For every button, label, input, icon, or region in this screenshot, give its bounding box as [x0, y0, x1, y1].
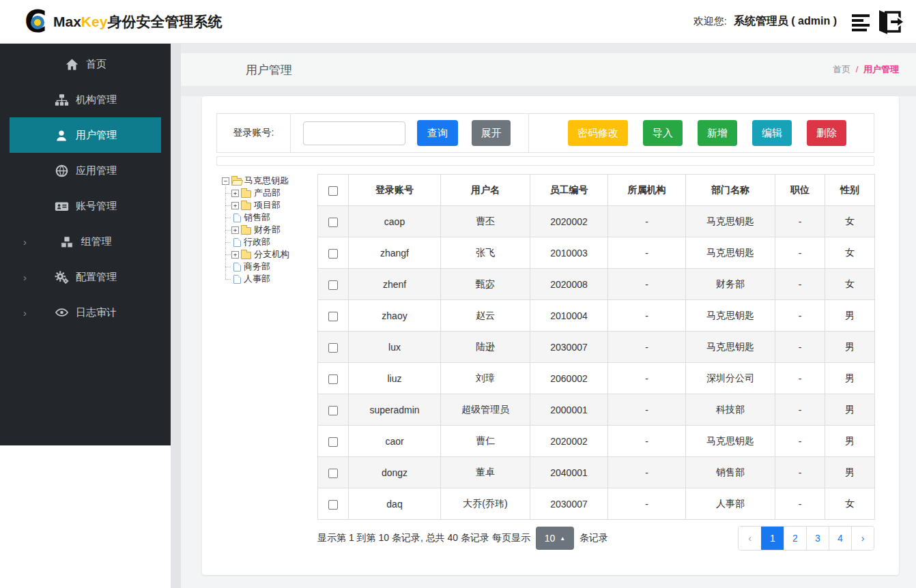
expand-icon[interactable]: + — [231, 251, 239, 259]
table-row[interactable]: dongz董卓2040001-销售部-男 — [318, 457, 875, 488]
tree-node[interactable]: +项目部 — [231, 199, 317, 211]
table-row[interactable]: lux陆逊2030007-马克思钥匙-男 — [318, 332, 875, 363]
tree-node[interactable]: −马克思钥匙 — [222, 175, 317, 187]
table-cell: 马克思钥匙 — [686, 300, 775, 332]
menu-lines-icon[interactable] — [850, 12, 874, 32]
maxkey-logo-icon: C — [25, 7, 52, 37]
table-cell: 男 — [825, 363, 875, 394]
row-checkbox[interactable] — [328, 312, 338, 321]
sidebar-item-cubes[interactable]: ›组管理 — [0, 224, 171, 259]
user-icon — [54, 129, 69, 142]
row-checkbox[interactable] — [328, 437, 338, 447]
table-row[interactable]: daq大乔(乔玮)2030007-人事部-女 — [318, 488, 875, 520]
tree-node-label: 项目部 — [254, 199, 281, 211]
table-cell: 董卓 — [441, 457, 530, 488]
breadcrumb: 首页 / 用户管理 — [833, 63, 899, 76]
table-cell: - — [775, 488, 825, 520]
search-toolbar: 登录账号: 查询 展开 密码修改导入新增编辑删除 — [216, 113, 874, 153]
sitemap-icon — [54, 93, 69, 106]
sidebar-item-gears[interactable]: ›配置管理 — [0, 259, 171, 295]
page-button-2[interactable]: 2 — [784, 527, 806, 550]
row-checkbox[interactable] — [328, 343, 338, 353]
row-checkbox[interactable] — [328, 374, 338, 384]
query-button[interactable]: 查询 — [417, 120, 458, 146]
tree-node-label: 分支机构 — [254, 248, 289, 261]
table-cell: 女 — [825, 488, 875, 520]
page-button-3[interactable]: 3 — [806, 527, 829, 550]
table-cell: 大乔(乔玮) — [441, 488, 530, 520]
table-row[interactable]: superadmin超级管理员2000001-科技部-男 — [318, 394, 875, 426]
brand-title: MaxKey身份安全管理系统 — [53, 12, 222, 31]
page-size-select[interactable]: 10 ▲ — [536, 527, 574, 550]
tree-node[interactable]: 商务部 — [231, 261, 317, 273]
tree-node[interactable]: 销售部 — [231, 211, 317, 224]
table-cell: - — [608, 206, 686, 237]
tree-node[interactable]: +分支机构 — [231, 248, 317, 261]
sidebar-item-sitemap[interactable]: 机构管理 — [0, 82, 171, 117]
select-all-checkbox[interactable] — [328, 186, 338, 196]
page-button-4[interactable]: 4 — [829, 527, 851, 550]
row-checkbox[interactable] — [328, 249, 338, 259]
action-button-删除[interactable]: 删除 — [807, 120, 846, 146]
action-button-导入[interactable]: 导入 — [643, 120, 683, 146]
table-row[interactable]: caop曹丕2020002-马克思钥匙-女 — [318, 206, 875, 237]
brand: C MaxKey身份安全管理系统 — [25, 7, 222, 37]
folder-icon — [241, 252, 251, 259]
row-checkbox[interactable] — [328, 500, 338, 510]
next-page-button[interactable]: › — [851, 527, 874, 550]
sidebar-item-eye[interactable]: ›日志审计 — [0, 295, 171, 330]
action-button-新增[interactable]: 新增 — [698, 120, 737, 146]
file-icon — [233, 238, 241, 247]
row-checkbox[interactable] — [328, 280, 338, 290]
chevron-right-icon: › — [23, 308, 27, 318]
table-row[interactable]: zhaoy赵云2010004-马克思钥匙-男 — [318, 300, 875, 332]
expand-icon[interactable]: + — [231, 202, 239, 209]
collapsed-search-panel — [216, 156, 874, 166]
tree-node[interactable]: +财务部 — [231, 224, 317, 236]
collapse-icon[interactable]: − — [222, 177, 229, 185]
breadcrumb-current: 用户管理 — [863, 64, 899, 74]
table-cell: 陆逊 — [441, 332, 530, 363]
sidebar-item-label: 首页 — [86, 58, 106, 71]
action-button-密码修改[interactable]: 密码修改 — [568, 120, 628, 146]
table-row[interactable]: zhangf张飞2010003-马克思钥匙-女 — [318, 237, 875, 269]
sidebar-item-id-card[interactable]: 账号管理 — [0, 188, 171, 224]
row-checkbox[interactable] — [328, 218, 338, 227]
table-cell: 2040001 — [530, 457, 608, 488]
logout-icon[interactable] — [876, 9, 906, 35]
table-cell: 刘璋 — [441, 363, 530, 394]
prev-page-button[interactable]: ‹ — [739, 527, 761, 550]
main-card: 登录账号: 查询 展开 密码修改导入新增编辑删除 −马克思钥匙+产品部+项目部销… — [202, 96, 899, 575]
table-row[interactable]: caor曹仁2020002-马克思钥匙-男 — [318, 426, 875, 457]
table-cell: zhaoy — [349, 300, 441, 332]
action-button-编辑[interactable]: 编辑 — [752, 120, 792, 146]
table-cell: - — [608, 394, 686, 426]
sidebar-item-home[interactable]: 首页 — [0, 46, 171, 82]
eye-icon — [54, 306, 69, 319]
tree-node[interactable]: 人事部 — [231, 273, 317, 285]
row-checkbox[interactable] — [328, 469, 338, 478]
current-user: 系统管理员 ( admin ) — [734, 14, 837, 29]
table-cell: 超级管理员 — [441, 394, 530, 426]
tree-node[interactable]: +产品部 — [231, 187, 317, 199]
sidebar-item-user[interactable]: 用户管理 — [10, 117, 161, 153]
tree-node[interactable]: 行政部 — [231, 236, 317, 248]
sidebar-item-globe[interactable]: 应用管理 — [0, 153, 171, 188]
breadcrumb-home-link[interactable]: 首页 — [833, 64, 850, 74]
table-row[interactable]: zhenf甄宓2020008-财务部-女 — [318, 269, 875, 300]
login-account-input[interactable] — [303, 121, 405, 145]
page-button-1[interactable]: 1 — [761, 527, 784, 550]
expand-button[interactable]: 展开 — [472, 120, 511, 146]
folder-icon — [241, 227, 251, 235]
sidebar: 首页机构管理用户管理应用管理账号管理›组管理›配置管理›日志审计 — [0, 44, 171, 445]
caret-up-icon: ▲ — [560, 535, 565, 542]
expand-icon[interactable]: + — [231, 226, 239, 234]
expand-icon[interactable]: + — [231, 190, 239, 197]
tree-node-label: 产品部 — [254, 187, 281, 199]
globe-icon — [54, 164, 69, 177]
table-row[interactable]: liuz刘璋2060002-深圳分公司-男 — [318, 363, 875, 394]
column-header: 登录账号 — [349, 175, 441, 206]
row-checkbox[interactable] — [328, 406, 338, 415]
table-cell: 2020002 — [530, 206, 608, 237]
table-cell: - — [775, 300, 825, 332]
